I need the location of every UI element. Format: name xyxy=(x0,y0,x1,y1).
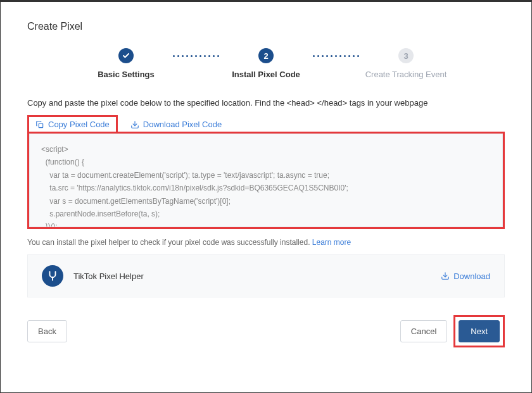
download-icon xyxy=(130,120,139,129)
step-circle-pending: 3 xyxy=(398,48,414,63)
checkmark-icon xyxy=(122,52,130,59)
copy-pixel-code-button[interactable]: Copy Pixel Code xyxy=(27,115,118,134)
step-circle-active: 2 xyxy=(258,48,274,63)
footer-buttons: Back Cancel Next xyxy=(27,315,505,347)
download-pixel-code-button[interactable]: Download Pixel Code xyxy=(124,115,228,134)
step-install-pixel-code: 2 Install Pixel Code xyxy=(222,48,310,79)
dialog-title: Create Pixel xyxy=(27,21,505,32)
step-circle-done xyxy=(118,48,134,63)
code-actions-row: Copy Pixel Code Download Pixel Code xyxy=(27,115,505,134)
helper-download-button[interactable]: Download xyxy=(441,271,490,281)
step-label: Install Pixel Code xyxy=(232,70,300,79)
download-label: Download Pixel Code xyxy=(143,120,222,129)
step-create-tracking-event: 3 Create Tracking Event xyxy=(362,48,450,79)
stepper: Basic Settings 2 Install Pixel Code 3 Cr… xyxy=(27,48,505,79)
cancel-button[interactable]: Cancel xyxy=(400,320,447,342)
pixel-helper-card: TikTok Pixel Helper Download xyxy=(27,254,505,297)
instruction-text: Copy and paste the pixel code below to t… xyxy=(27,98,505,108)
copy-label: Copy Pixel Code xyxy=(48,120,110,129)
create-pixel-dialog: Create Pixel Basic Settings 2 Install Pi… xyxy=(0,0,532,393)
helper-instruction: You can install the pixel helper to chec… xyxy=(27,238,505,247)
step-connector xyxy=(313,48,359,63)
code-area-highlight: <script> (function() { var ta = document… xyxy=(27,132,505,229)
pixel-code-textarea[interactable]: <script> (function() { var ta = document… xyxy=(29,134,503,227)
copy-icon xyxy=(35,120,44,129)
tiktok-pixel-helper-icon xyxy=(42,265,63,287)
step-label: Create Tracking Event xyxy=(365,70,447,79)
learn-more-link[interactable]: Learn more xyxy=(312,238,351,247)
helper-left: TikTok Pixel Helper xyxy=(42,265,144,287)
svg-rect-0 xyxy=(39,123,42,127)
plugin-icon xyxy=(47,270,58,282)
helper-download-label: Download xyxy=(453,271,490,281)
footer-right: Cancel Next xyxy=(400,315,505,347)
back-button[interactable]: Back xyxy=(27,320,67,342)
helper-name: TikTok Pixel Helper xyxy=(73,271,144,281)
download-icon xyxy=(441,271,450,280)
next-button-highlight: Next xyxy=(453,315,505,347)
step-label: Basic Settings xyxy=(98,70,155,79)
helper-text-prefix: You can install the pixel helper to chec… xyxy=(27,238,310,247)
step-connector xyxy=(173,48,219,63)
step-basic-settings: Basic Settings xyxy=(82,48,170,79)
next-button[interactable]: Next xyxy=(459,320,500,342)
